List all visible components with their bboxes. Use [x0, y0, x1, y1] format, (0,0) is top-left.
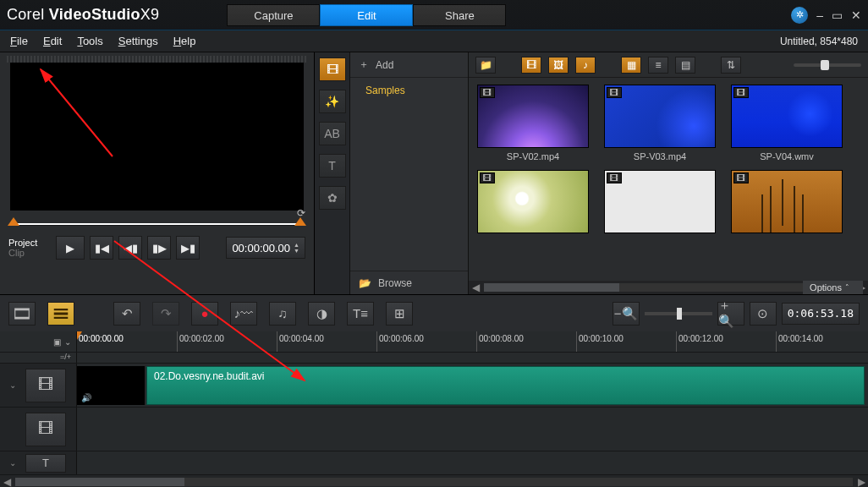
options-panel-toggle[interactable]: Options˄ — [803, 281, 863, 294]
zoom-in-button[interactable]: ＋🔍 — [717, 302, 744, 326]
svg-rect-1 — [15, 309, 30, 310]
scroll-left-icon[interactable]: ◀ — [0, 476, 14, 487]
plus-icon: ＋ — [359, 57, 369, 72]
overlay-track-icon[interactable]: 🎞 — [25, 413, 66, 446]
timecode-field[interactable]: 00:00:00.00 ▲▼ — [226, 237, 305, 259]
view-thumb-icon[interactable]: ▦ — [621, 57, 641, 74]
prev-frame-button[interactable]: ◀▮ — [118, 236, 142, 260]
video-badge-icon: 🎞 — [607, 87, 622, 98]
panel-grip[interactable] — [7, 56, 307, 63]
close-button[interactable]: ✕ — [851, 8, 861, 22]
library-item[interactable]: 🎞 — [731, 85, 843, 148]
audio-mixer-button[interactable]: ♪〰 — [230, 302, 257, 326]
timeline-ruler[interactable]: ▣ ⌄ 00:00:00.00 00:00:02.0000:00:04.0000… — [0, 331, 868, 352]
zoom-out-button[interactable]: −🔍 — [613, 302, 640, 326]
menu-file[interactable]: File — [10, 35, 28, 47]
library-item[interactable]: 🎞 — [731, 170, 843, 233]
folder-open-icon: 📂 — [359, 277, 371, 289]
video-badge-icon: 🎞 — [733, 87, 749, 98]
preview-panel: ⟳ Project Clip ▶ ▮◀ ◀▮ ▮▶ ▶▮ 00:00:00.00… — [0, 52, 315, 294]
clip-thumbnail[interactable]: 🔊 — [77, 366, 145, 405]
instant-project-tab[interactable]: ✨ — [319, 90, 346, 113]
folder-samples[interactable]: Samples — [350, 81, 468, 100]
multicam-button[interactable]: ⊞ — [386, 302, 413, 326]
maximize-button[interactable]: ▭ — [832, 8, 843, 22]
scroll-left-icon[interactable]: ◀ — [469, 282, 482, 293]
subtitle-button[interactable]: T≡ — [347, 302, 374, 326]
svg-rect-5 — [54, 316, 69, 318]
library-folders: ＋ Add Samples 📂 Browse — [350, 52, 469, 294]
scroll-right-icon[interactable]: ▶ — [854, 476, 868, 487]
preview-video[interactable] — [10, 63, 304, 211]
library-toolbar: 📁 🎞 🖼 ♪ ▦ ≡ ▤ ⇅ — [469, 52, 868, 78]
chevron-down-icon[interactable]: ⌄ — [9, 380, 16, 390]
title-tab[interactable]: T — [319, 154, 346, 178]
menu-help[interactable]: Help — [173, 35, 196, 47]
minimize-button[interactable]: – — [816, 8, 823, 22]
title-bar: Corel VideoStudioX9 Capture Edit Share ✲… — [0, 0, 868, 30]
toggle-tracks-icon[interactable]: ▣ — [53, 337, 61, 347]
menu-edit[interactable]: Edit — [43, 35, 62, 47]
track-motion-button[interactable]: ◑ — [308, 302, 335, 326]
undo-button[interactable]: ↶ — [113, 302, 140, 326]
chevron-up-icon: ˄ — [845, 283, 849, 292]
library-caption: SP-V03.mp4 — [604, 151, 716, 161]
go-end-button[interactable]: ▶▮ — [176, 236, 200, 260]
play-button[interactable]: ▶ — [56, 236, 85, 260]
playhead-time: 00:00:00.00 — [79, 334, 124, 343]
library-item[interactable]: 🎞 — [477, 170, 589, 233]
library-hscroll[interactable]: ◀ ▶ Options˄ — [469, 281, 868, 294]
timeline-clip[interactable]: 02.Do.vesny.ne.budit.avi — [146, 366, 865, 405]
video-badge-icon: 🎞 — [733, 172, 749, 183]
track-size-toggle[interactable]: =/+ — [0, 353, 76, 363]
add-folder-button[interactable]: ＋ Add — [350, 52, 468, 78]
graphic-tab[interactable]: ✿ — [319, 186, 346, 210]
go-start-button[interactable]: ▮◀ — [90, 236, 113, 260]
record-button[interactable]: ● — [191, 302, 218, 326]
video-track-icon[interactable]: 🎞 — [25, 369, 66, 402]
auto-music-button[interactable]: ♫ — [269, 302, 296, 326]
project-duration[interactable]: 0:06:53.18 — [782, 303, 860, 325]
chevron-down-icon[interactable]: ⌄ — [64, 337, 71, 347]
main-tabs: Capture Edit Share — [227, 4, 506, 26]
tab-capture[interactable]: Capture — [227, 4, 320, 26]
media-tab[interactable]: 🎞 — [319, 57, 346, 81]
svg-rect-4 — [54, 312, 69, 315]
title-track-icon[interactable]: T — [25, 454, 66, 473]
chevron-down-icon[interactable]: ⌄ — [9, 458, 16, 468]
preview-scrubber[interactable]: ⟳ — [10, 216, 304, 233]
library-item[interactable]: 🎞 — [604, 170, 716, 233]
filter-audio-icon[interactable]: ♪ — [575, 57, 596, 74]
filter-photo-icon[interactable]: 🖼 — [548, 57, 569, 74]
timeline-hscroll[interactable]: ◀ ▶ — [0, 475, 868, 487]
video-badge-icon: 🎞 — [480, 172, 495, 183]
thumb-size-slider[interactable] — [794, 63, 861, 67]
view-grid-icon[interactable]: ▤ — [675, 57, 695, 74]
next-frame-button[interactable]: ▮▶ — [147, 236, 171, 260]
tab-share[interactable]: Share — [413, 4, 506, 26]
import-icon[interactable]: 📁 — [475, 57, 496, 74]
library-caption: SP-V02.mp4 — [477, 151, 589, 161]
tab-edit[interactable]: Edit — [320, 4, 413, 26]
menu-tools[interactable]: Tools — [77, 35, 102, 47]
timeline-view-button[interactable] — [47, 302, 74, 326]
globe-icon[interactable]: ✲ — [791, 7, 808, 24]
repeat-icon[interactable]: ⟳ — [297, 207, 305, 219]
library-item[interactable]: 🎞 — [477, 85, 589, 148]
app-logo: Corel VideoStudioX9 — [7, 6, 159, 24]
sort-icon[interactable]: ⇅ — [721, 57, 741, 74]
fit-project-button[interactable]: ⊙ — [750, 302, 777, 326]
menu-settings[interactable]: Settings — [118, 35, 158, 47]
redo-button[interactable]: ↷ — [152, 302, 179, 326]
view-list-icon[interactable]: ≡ — [648, 57, 668, 74]
browse-button[interactable]: 📂 Browse — [350, 271, 468, 294]
transition-tab[interactable]: AB — [319, 122, 346, 145]
filter-video-icon[interactable]: 🎞 — [521, 57, 541, 74]
mark-in-icon[interactable] — [8, 217, 19, 226]
storyboard-view-button[interactable] — [8, 302, 36, 326]
spinner-icon[interactable]: ▲▼ — [294, 242, 299, 254]
zoom-slider[interactable] — [645, 312, 712, 315]
preview-mode-label[interactable]: Project Clip — [8, 238, 51, 258]
library-item[interactable]: 🎞 — [604, 85, 716, 148]
video-track: ⌄ 🎞 🔊 02.Do.vesny.ne.budit.avi — [0, 364, 868, 408]
